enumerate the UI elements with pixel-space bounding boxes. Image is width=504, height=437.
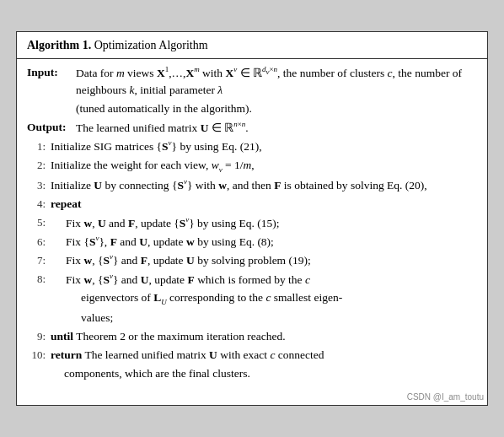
step-8-num: 8: bbox=[27, 271, 46, 288]
step-3: 3: Initialize U by connecting {Sv} with … bbox=[27, 176, 477, 194]
input-line: Input: Data for m views X1,…,Xm with Xv … bbox=[27, 64, 477, 100]
algorithm-box: Algorithm 1. Optimization Algorithm Inpu… bbox=[16, 31, 488, 406]
output-line: Output: The learned unified matrix U ∈ ℝ… bbox=[27, 119, 477, 137]
output-content: The learned unified matrix U ∈ ℝn×n. bbox=[76, 119, 477, 137]
step-6-num: 6: bbox=[27, 234, 46, 251]
title-bold: Algorithm 1. bbox=[27, 39, 91, 51]
step-7-num: 7: bbox=[27, 252, 46, 269]
watermark: CSDN @I_am_toutu bbox=[17, 391, 487, 406]
output-label: Output: bbox=[27, 119, 76, 137]
step-5-content: Fix w, U and F, update {Sv} by using Eq.… bbox=[51, 214, 477, 232]
step-1: 1: Initialize SIG matrices {Sv} by using… bbox=[27, 138, 477, 155]
step-8-cont1: eigenvectors of LU corresponding to the … bbox=[27, 289, 477, 309]
step-10: 10: return The learned unified matrix U … bbox=[27, 347, 477, 364]
step-6: 6: Fix {Sv}, F and U, update w by using … bbox=[27, 233, 477, 251]
step-4: 4: repeat bbox=[27, 196, 477, 213]
step-8: 8: Fix w, {Sv} and U, update F which is … bbox=[27, 271, 477, 289]
input-continuation: (tuned automatically in the algorithm). bbox=[27, 100, 477, 118]
step-4-content: repeat bbox=[51, 196, 477, 213]
step-1-num: 1: bbox=[27, 138, 46, 155]
title-rest: Optimization Algorithm bbox=[94, 39, 208, 51]
step-7-content: Fix w, {Sv} and F, update U by solving p… bbox=[51, 251, 477, 269]
step-8-cont1-content: eigenvectors of LU corresponding to the … bbox=[51, 289, 477, 309]
step-7: 7: Fix w, {Sv} and F, update U by solvin… bbox=[27, 251, 477, 269]
step-10-content: return The learned unified matrix U with… bbox=[51, 347, 477, 364]
step-3-content: Initialize U by connecting {Sv} with w, … bbox=[51, 176, 477, 194]
step-8-cont2-content: values; bbox=[51, 310, 477, 327]
step-10-cont-content: components, which are the final clusters… bbox=[51, 365, 477, 383]
step-2-num: 2: bbox=[27, 157, 46, 174]
step-10-cont: components, which are the final clusters… bbox=[27, 365, 477, 383]
step-2-content: Initialize the weight for each view, wv … bbox=[51, 157, 477, 176]
step-4-num: 4: bbox=[27, 196, 46, 213]
step-6-content: Fix {Sv}, F and U, update w by using Eq.… bbox=[51, 233, 477, 251]
step-9: 9: until Theorem 2 or the maximum iterat… bbox=[27, 328, 477, 346]
step-5-num: 5: bbox=[27, 214, 46, 231]
step-8-cont2: values; bbox=[27, 310, 477, 327]
step-5: 5: Fix w, U and F, update {Sv} by using … bbox=[27, 214, 477, 232]
algorithm-title: Algorithm 1. Optimization Algorithm bbox=[17, 32, 487, 59]
input-content: Data for m views X1,…,Xm with Xv ∈ ℝdv×n… bbox=[76, 64, 477, 100]
algorithm-body: Input: Data for m views X1,…,Xm with Xv … bbox=[17, 59, 487, 391]
step-8-content: Fix w, {Sv} and U, update F which is for… bbox=[51, 271, 477, 289]
step-9-num: 9: bbox=[27, 328, 46, 345]
step-9-content: until Theorem 2 or the maximum iteration… bbox=[51, 328, 477, 346]
input-label: Input: bbox=[27, 64, 76, 82]
step-2: 2: Initialize the weight for each view, … bbox=[27, 157, 477, 176]
step-1-content: Initialize SIG matrices {Sv} by using Eq… bbox=[51, 138, 477, 155]
input-cont-text: (tuned automatically in the algorithm). bbox=[76, 100, 252, 118]
step-3-num: 3: bbox=[27, 177, 46, 194]
step-10-num: 10: bbox=[27, 347, 46, 364]
